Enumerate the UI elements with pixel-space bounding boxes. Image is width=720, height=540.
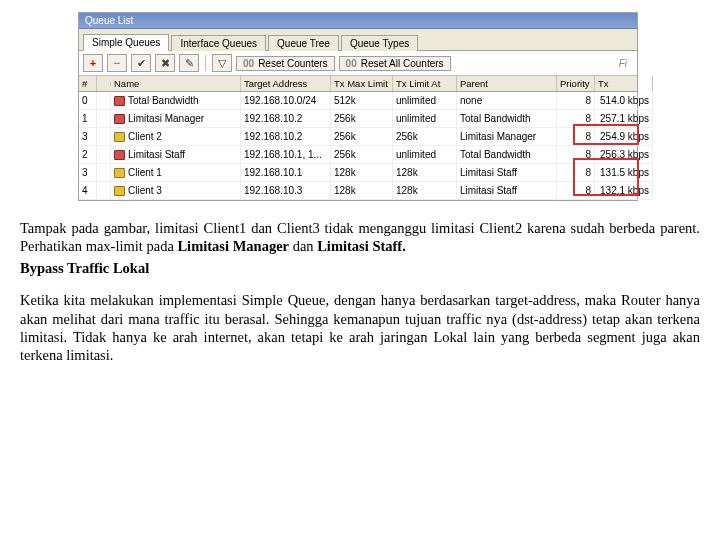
col-txlim[interactable]: Tx Limit At bbox=[393, 76, 457, 91]
toolbar: + − ✔ ✖ ✎ ▽ 00Reset Counters 00Reset All… bbox=[79, 51, 637, 76]
col-flag[interactable] bbox=[97, 82, 111, 86]
col-tx[interactable]: Tx bbox=[595, 76, 653, 91]
window-title: Queue List bbox=[79, 13, 637, 29]
table-row[interactable]: 4Client 3192.168.10.3128k128kLimitasi St… bbox=[79, 182, 637, 200]
table-row[interactable]: 2Limitasi Staff192.168.10.1, 1...256kunl… bbox=[79, 146, 637, 164]
separator bbox=[205, 55, 206, 71]
col-num[interactable]: # bbox=[79, 76, 97, 91]
heading-bypass: Bypass Traffic Lokal bbox=[20, 259, 700, 277]
table-row[interactable]: 0Total Bandwidth192.168.10.0/24512kunlim… bbox=[79, 92, 637, 110]
tab-queue-tree[interactable]: Queue Tree bbox=[268, 35, 339, 51]
col-target[interactable]: Target Address bbox=[241, 76, 331, 91]
tab-queue-types[interactable]: Queue Types bbox=[341, 35, 418, 51]
tab-bar: Simple Queues Interface Queues Queue Tre… bbox=[79, 29, 637, 51]
find-input[interactable]: Fi bbox=[619, 58, 633, 69]
queue-icon bbox=[114, 114, 125, 124]
disable-icon[interactable]: ✖ bbox=[155, 54, 175, 72]
queue-icon bbox=[114, 96, 125, 106]
body-text: Tampak pada gambar, limitasi Client1 dan… bbox=[20, 219, 700, 364]
col-name[interactable]: Name bbox=[111, 76, 241, 91]
queue-table: # Name Target Address Tx Max Limit Tx Li… bbox=[79, 76, 637, 200]
col-parent[interactable]: Parent bbox=[457, 76, 557, 91]
comment-icon[interactable]: ✎ bbox=[179, 54, 199, 72]
table-row[interactable]: 3Client 1192.168.10.1128k128kLimitasi St… bbox=[79, 164, 637, 182]
paragraph-1: Tampak pada gambar, limitasi Client1 dan… bbox=[20, 219, 700, 255]
queue-icon bbox=[114, 186, 125, 196]
enable-icon[interactable]: ✔ bbox=[131, 54, 151, 72]
tab-interface-queues[interactable]: Interface Queues bbox=[171, 35, 266, 51]
table-row[interactable]: 1Limitasi Manager192.168.10.2256kunlimit… bbox=[79, 110, 637, 128]
queue-icon bbox=[114, 168, 125, 178]
filter-icon[interactable]: ▽ bbox=[212, 54, 232, 72]
add-icon[interactable]: + bbox=[83, 54, 103, 72]
queue-icon bbox=[114, 150, 125, 160]
col-txmax[interactable]: Tx Max Limit bbox=[331, 76, 393, 91]
remove-icon[interactable]: − bbox=[107, 54, 127, 72]
queue-icon bbox=[114, 132, 125, 142]
reset-counters-button[interactable]: 00Reset Counters bbox=[236, 56, 335, 71]
tab-simple-queues[interactable]: Simple Queues bbox=[83, 34, 169, 51]
table-row[interactable]: 3Client 2192.168.10.2256k256kLimitasi Ma… bbox=[79, 128, 637, 146]
reset-all-counters-button[interactable]: 00Reset All Counters bbox=[339, 56, 451, 71]
queue-list-window: Queue List Simple Queues Interface Queue… bbox=[78, 12, 638, 201]
paragraph-2: Ketika kita melakukan implementasi Simpl… bbox=[20, 291, 700, 364]
table-header: # Name Target Address Tx Max Limit Tx Li… bbox=[79, 76, 637, 92]
col-priority[interactable]: Priority bbox=[557, 76, 595, 91]
